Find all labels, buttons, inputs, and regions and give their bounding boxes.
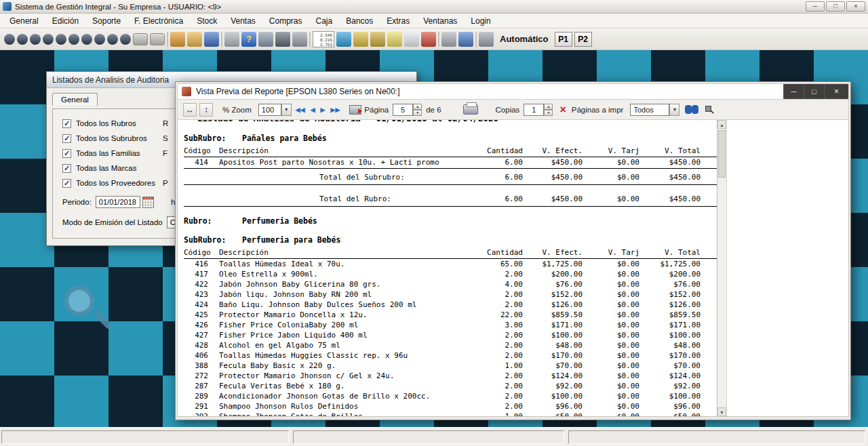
round-button-1-icon[interactable] — [4, 34, 15, 45]
chevron-down-icon[interactable]: ▼ — [281, 104, 292, 116]
checkbox-2[interactable]: ✓ — [62, 134, 71, 143]
round-button-8-icon[interactable] — [94, 34, 105, 45]
menu-item-bancos[interactable]: Bancos — [339, 14, 380, 28]
vertical-scrollbar[interactable]: ▲ ▼ — [717, 120, 727, 416]
menu-item-edici-n[interactable]: Edición — [45, 14, 85, 28]
round-button-5-icon[interactable] — [56, 34, 66, 45]
package-open-icon[interactable] — [187, 32, 202, 47]
preview-toolbar: ↔ ↕ % Zoom 100 ▼ ◀◀ ◀ ▶ ▶▶ Página 5 ▲ ▼ — [177, 100, 849, 120]
blank-button-1[interactable] — [133, 33, 148, 45]
toolbar-separator — [438, 32, 439, 47]
menu-item-f-electr-nica[interactable]: F. Electrónica — [127, 14, 190, 28]
checkbox-5[interactable]: ✓ — [62, 179, 71, 188]
last-page-icon[interactable]: ▶▶ — [330, 106, 342, 113]
report-header-row: CódigoDescripciónCantidadV. Efect.V. Tar… — [184, 146, 717, 157]
wrench-icon[interactable] — [441, 32, 456, 47]
fit-width-icon[interactable]: ↔ — [183, 103, 197, 117]
minimize-button[interactable]: ─ — [806, 1, 825, 12]
menu-item-stock[interactable]: Stock — [190, 14, 224, 28]
checkbox-label: Todos los Subrubros — [76, 134, 147, 142]
covered-label-fragment: P — [163, 179, 168, 187]
scrollbar-thumb[interactable] — [718, 130, 726, 178]
chart-bars-icon[interactable] — [370, 32, 385, 47]
report-header-row: CódigoDescripciónCantidadV. Efect.V. Tar… — [184, 247, 717, 259]
pin-icon[interactable] — [704, 104, 714, 115]
round-button-4-icon[interactable] — [43, 34, 54, 45]
notes-icon[interactable] — [387, 32, 402, 47]
page-number-input[interactable]: 5 — [393, 104, 413, 116]
menu-item-extras[interactable]: Extras — [380, 14, 416, 28]
menu-item-login[interactable]: Login — [464, 14, 497, 28]
maximize-button[interactable]: □ — [804, 84, 824, 99]
pc-card-icon[interactable] — [458, 32, 473, 47]
minimize-button[interactable]: ─ — [783, 84, 804, 99]
goto-page-icon[interactable] — [349, 105, 361, 115]
periodo-label: Periodo: — [62, 198, 92, 206]
help-globe-icon[interactable]: ? — [241, 32, 256, 47]
checkbox-4[interactable]: ✓ — [62, 164, 71, 173]
report-title: Listado de Analisis de Auditoria - 01/01… — [197, 120, 717, 124]
tab-general[interactable]: General — [52, 93, 98, 106]
close-icon[interactable]: × — [824, 84, 848, 99]
blank-button-2[interactable] — [150, 33, 165, 45]
round-button-6-icon[interactable] — [68, 34, 79, 45]
printer-network-icon[interactable] — [258, 32, 273, 47]
checkbox-label: Todos los Proveedores — [76, 179, 155, 187]
cancel-icon[interactable]: × — [559, 104, 566, 116]
print-icon[interactable] — [463, 104, 478, 115]
report-row: 287Fecula Veritas Bebé x 180 g.2.00$92.0… — [184, 381, 717, 391]
maximize-button[interactable]: □ — [826, 1, 845, 12]
scroll-up-icon[interactable]: ▲ — [717, 120, 726, 129]
cutter-icon[interactable] — [292, 32, 307, 47]
spin-down-icon[interactable]: ▼ — [544, 110, 553, 116]
report-row: 291Shampoo Jhonson Rulos Definidos2.00$9… — [184, 401, 717, 411]
chevron-down-icon[interactable]: ▼ — [669, 104, 679, 116]
round-button-3-icon[interactable] — [30, 34, 41, 45]
report-subrubro: SubRubro:Perfumeria para Bebés — [184, 235, 717, 245]
zoom-combo[interactable]: 100 ▼ — [258, 104, 292, 116]
spin-up-icon[interactable]: ▲ — [544, 104, 553, 110]
menu-item-general[interactable]: General — [3, 14, 45, 28]
package-closed-icon[interactable] — [170, 32, 185, 47]
toolbar-icons: ?2.5460.2162.763 — [4, 31, 494, 47]
next-page-icon[interactable]: ▶ — [319, 106, 327, 113]
round-button-7-icon[interactable] — [81, 34, 92, 45]
menu-item-ventanas[interactable]: Ventanas — [416, 14, 464, 28]
p1-button[interactable]: P1 — [555, 32, 572, 47]
checkbox-label: Todas las Marcas — [76, 164, 136, 172]
sync-arrows-icon[interactable] — [336, 32, 351, 47]
users-icon[interactable] — [204, 32, 219, 47]
checkbox-label: Todas las Familias — [76, 149, 140, 157]
spin-up-icon[interactable]: ▲ — [413, 104, 422, 110]
menu-item-soporte[interactable]: Soporte — [85, 14, 127, 28]
fit-page-icon[interactable]: ↕ — [199, 103, 213, 117]
preview-titlebar[interactable]: Vista Previa del Reporte [EPSON L380 Ser… — [177, 83, 849, 100]
prev-page-icon[interactable]: ◀ — [309, 106, 317, 113]
menu-item-compras[interactable]: Compras — [262, 14, 309, 28]
copies-input[interactable]: 1 — [524, 104, 544, 116]
periodo-input[interactable]: 01/01/2018 — [96, 196, 140, 208]
alarm-clock-icon[interactable] — [421, 32, 436, 47]
spin-down-icon[interactable]: ▼ — [413, 110, 422, 116]
round-button-10-icon[interactable] — [120, 34, 131, 45]
cash-register-icon[interactable] — [275, 32, 290, 47]
report-row: 388Fecula Baby Basic x 220 g.1.00$70.00$… — [184, 361, 717, 371]
round-button-9-icon[interactable] — [107, 34, 118, 45]
checkbox-1[interactable]: ✓ — [62, 119, 71, 128]
round-button-2-icon[interactable] — [17, 34, 28, 45]
checkbox-3[interactable]: ✓ — [62, 149, 71, 158]
close-button[interactable]: × — [846, 1, 865, 12]
chart-stairs-icon[interactable] — [353, 32, 368, 47]
printer-auto-icon[interactable] — [479, 32, 494, 47]
menu-item-ventas[interactable]: Ventas — [224, 14, 262, 28]
report-row: 289Acondicionador Jhonson Gotas de Brill… — [184, 391, 717, 401]
notepad-icon[interactable] — [404, 32, 419, 47]
first-page-icon[interactable]: ◀◀ — [294, 106, 307, 113]
pages-to-print-combo[interactable]: Todos ▼ — [630, 104, 679, 116]
calendar-icon[interactable] — [142, 197, 154, 208]
p2-button[interactable]: P2 — [574, 32, 592, 47]
printer-icon[interactable] — [224, 32, 239, 47]
search-binoculars-icon[interactable] — [685, 105, 698, 114]
scroll-down-icon[interactable]: ▼ — [717, 407, 726, 416]
menu-item-caja[interactable]: Caja — [309, 14, 340, 28]
